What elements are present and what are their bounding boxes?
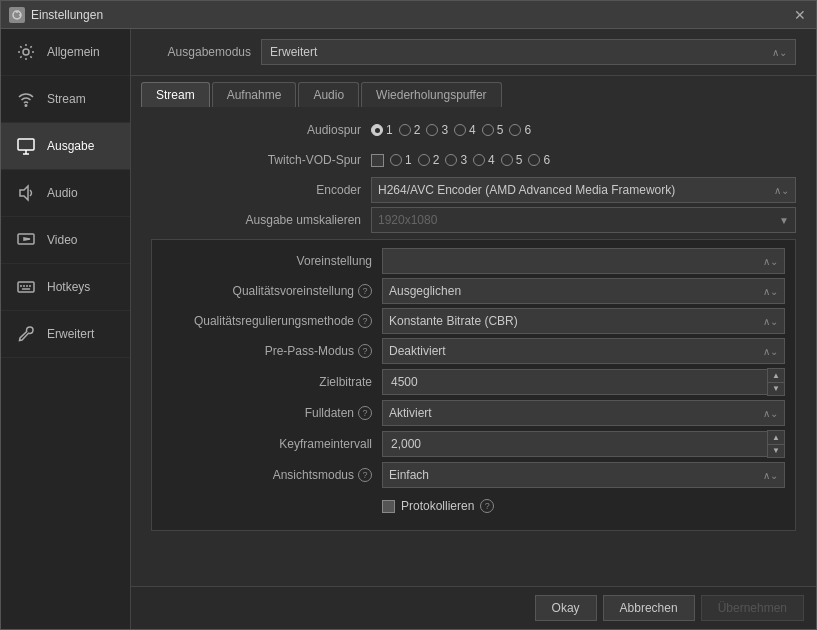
twitch-vod-option-4[interactable]: 4: [473, 153, 495, 167]
sidebar: Allgemein Stream: [1, 29, 131, 629]
sidebar-item-erweitert[interactable]: Erweitert: [1, 311, 130, 358]
tvod-radio-6: [528, 154, 540, 166]
fulldaten-label: Fulldaten ?: [162, 406, 382, 420]
pre-pass-label: Pre-Pass-Modus ?: [162, 344, 382, 358]
keyframe-label: Keyframeintervall: [162, 437, 382, 451]
ausgabe-umskalieren-row: Ausgabe umskalieren 1920x1080 ▼: [151, 207, 796, 233]
audiospur-option-4[interactable]: 4: [454, 123, 476, 137]
fulldaten-help[interactable]: ?: [358, 406, 372, 420]
close-button[interactable]: ✕: [792, 7, 808, 23]
zielbitrate-down[interactable]: ▼: [768, 382, 784, 395]
audiospur-group: 1 2 3 4: [371, 123, 796, 137]
voreinstellung-select[interactable]: ∧⌄: [382, 248, 785, 274]
output-mode-row: Ausgabemodus Erweitert ∧⌄: [131, 29, 816, 76]
audiospur-option-1[interactable]: 1: [371, 123, 393, 137]
ansichtsmodus-row: Ansichtsmodus ? Einfach ∧⌄: [152, 462, 795, 488]
twitch-vod-row: Twitch-VOD-Spur 1 2: [151, 147, 796, 173]
wifi-icon: [15, 88, 37, 110]
zielbitrate-up[interactable]: ▲: [768, 369, 784, 382]
okay-button[interactable]: Okay: [535, 595, 597, 621]
audiospur-label: Audiospur: [151, 123, 371, 137]
fulldaten-select[interactable]: Aktiviert ∧⌄: [382, 400, 785, 426]
sidebar-label-allgemein: Allgemein: [47, 45, 100, 59]
tab-audio[interactable]: Audio: [298, 82, 359, 107]
sidebar-label-audio: Audio: [47, 186, 78, 200]
sidebar-item-hotkeys[interactable]: Hotkeys: [1, 264, 130, 311]
zielbitrate-row: Zielbitrate 4500 ▲ ▼: [152, 368, 795, 396]
ansichtsmodus-select[interactable]: Einfach ∧⌄: [382, 462, 785, 488]
output-mode-value: Erweitert: [270, 45, 317, 59]
twitch-vod-option-6[interactable]: 6: [528, 153, 550, 167]
sidebar-item-video[interactable]: Video: [1, 217, 130, 264]
qualitaetsreg-help[interactable]: ?: [358, 314, 372, 328]
protokollieren-checkbox[interactable]: [382, 500, 395, 513]
encoder-label: Encoder: [151, 183, 371, 197]
pre-pass-row: Pre-Pass-Modus ? Deaktiviert ∧⌄: [152, 338, 795, 364]
twitch-vod-checkbox[interactable]: [371, 154, 384, 167]
output-mode-label: Ausgabemodus: [151, 45, 251, 59]
encoder-arrow: ∧⌄: [774, 185, 789, 196]
titlebar: Einstellungen ✕: [1, 1, 816, 29]
qualitaetsreg-select[interactable]: Konstante Bitrate (CBR) ∧⌄: [382, 308, 785, 334]
tvod-radio-4: [473, 154, 485, 166]
pre-pass-arrow: ∧⌄: [763, 346, 778, 357]
keyframe-row: Keyframeintervall 2,000 ▲ ▼: [152, 430, 795, 458]
tvod-radio-3: [445, 154, 457, 166]
protokollieren-help[interactable]: ?: [480, 499, 494, 513]
svg-rect-11: [18, 282, 34, 292]
output-mode-select[interactable]: Erweitert ∧⌄: [261, 39, 796, 65]
pre-pass-select[interactable]: Deaktiviert ∧⌄: [382, 338, 785, 364]
twitch-vod-option-1[interactable]: 1: [390, 153, 412, 167]
content-area: Ausgabemodus Erweitert ∧⌄ Stream Aufnahm…: [131, 29, 816, 629]
window-title: Einstellungen: [31, 8, 103, 22]
pre-pass-help[interactable]: ?: [358, 344, 372, 358]
sidebar-label-video: Video: [47, 233, 77, 247]
qualitaetsvoreinstellung-select[interactable]: Ausgeglichen ∧⌄: [382, 278, 785, 304]
zielbitrate-spinbuttons: ▲ ▼: [767, 368, 785, 396]
keyframe-input[interactable]: 2,000: [382, 431, 767, 457]
tab-stream[interactable]: Stream: [141, 82, 210, 107]
audiospur-row: Audiospur 1 2 3: [151, 117, 796, 143]
radio-2: [399, 124, 411, 136]
twitch-vod-label: Twitch-VOD-Spur: [151, 153, 371, 167]
ausgabe-umskalieren-select[interactable]: 1920x1080 ▼: [371, 207, 796, 233]
tvod-radio-2: [418, 154, 430, 166]
zielbitrate-input[interactable]: 4500: [382, 369, 767, 395]
encoder-select[interactable]: H264/AVC Encoder (AMD Advanced Media Fra…: [371, 177, 796, 203]
keyframe-down[interactable]: ▼: [768, 444, 784, 457]
ansichtsmodus-arrow: ∧⌄: [763, 470, 778, 481]
twitch-vod-option-2[interactable]: 2: [418, 153, 440, 167]
twitch-vod-option-3[interactable]: 3: [445, 153, 467, 167]
protokollieren-row: Protokollieren ?: [152, 492, 795, 518]
sidebar-item-allgemein[interactable]: Allgemein: [1, 29, 130, 76]
ansichtsmodus-help[interactable]: ?: [358, 468, 372, 482]
audiospur-option-3[interactable]: 3: [426, 123, 448, 137]
audiospur-option-5[interactable]: 5: [482, 123, 504, 137]
abbrechen-button[interactable]: Abbrechen: [603, 595, 695, 621]
tab-wiederholungspuffer[interactable]: Wiederholungspuffer: [361, 82, 502, 107]
audiospur-option-2[interactable]: 2: [399, 123, 421, 137]
settings-box: Voreinstellung ∧⌄ Qualitätsvoreinstellun…: [151, 239, 796, 531]
keyframe-up[interactable]: ▲: [768, 431, 784, 444]
qualitaetsvoreinstellung-label: Qualitätsvoreinstellung ?: [162, 284, 382, 298]
uebernehmen-button[interactable]: Übernehmen: [701, 595, 804, 621]
sidebar-item-stream[interactable]: Stream: [1, 76, 130, 123]
qualitaetsvoreinstellung-row: Qualitätsvoreinstellung ? Ausgeglichen ∧…: [152, 278, 795, 304]
titlebar-left: Einstellungen: [9, 7, 103, 23]
settings-window: Einstellungen ✕ Allgemein: [0, 0, 817, 630]
sidebar-item-ausgabe[interactable]: Ausgabe: [1, 123, 130, 170]
radio-6: [509, 124, 521, 136]
qualitaetsvoreinstellung-help[interactable]: ?: [358, 284, 372, 298]
sidebar-item-audio[interactable]: Audio: [1, 170, 130, 217]
voreinstellung-label: Voreinstellung: [162, 254, 382, 268]
audiospur-option-6[interactable]: 6: [509, 123, 531, 137]
ausgabe-umskalieren-label: Ausgabe umskalieren: [151, 213, 371, 227]
zielbitrate-spinbox: 4500 ▲ ▼: [382, 368, 785, 396]
tab-aufnahme[interactable]: Aufnahme: [212, 82, 297, 107]
main-content: Allgemein Stream: [1, 29, 816, 629]
qualitaetsreg-arrow: ∧⌄: [763, 316, 778, 327]
twitch-vod-option-5[interactable]: 5: [501, 153, 523, 167]
twitch-vod-group: 1 2 3 4: [371, 153, 796, 167]
speaker-icon: [15, 182, 37, 204]
tabs-bar: Stream Aufnahme Audio Wiederholungspuffe…: [131, 76, 816, 107]
